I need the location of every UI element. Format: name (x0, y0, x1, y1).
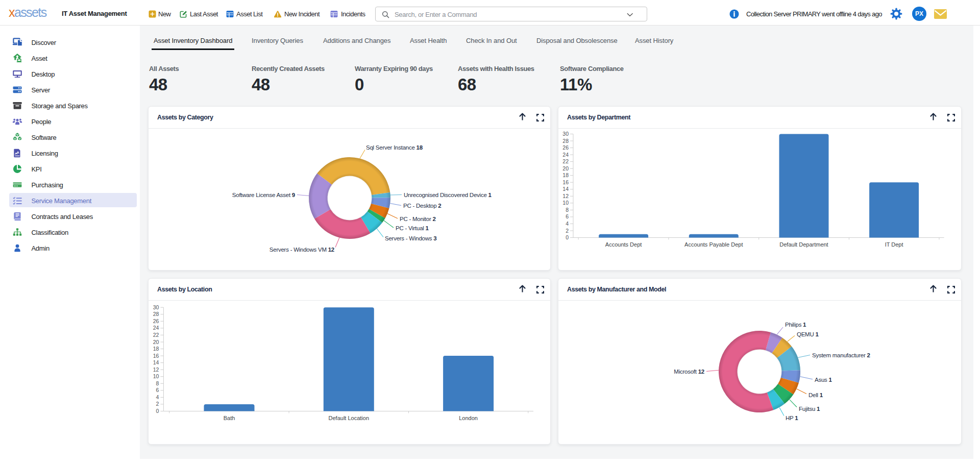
svg-text:16: 16 (153, 353, 159, 359)
svg-text:26: 26 (153, 318, 159, 324)
svg-text:24: 24 (153, 325, 159, 331)
svg-text:18: 18 (153, 346, 159, 352)
svg-text:PC - Virtual 1: PC - Virtual 1 (396, 225, 429, 231)
svg-text:0: 0 (566, 234, 569, 240)
svg-text:30: 30 (562, 131, 569, 137)
svg-text:Servers - Windows 3: Servers - Windows 3 (385, 235, 436, 241)
svg-text:26: 26 (562, 144, 569, 151)
svg-text:Software License Asset 9: Software License Asset 9 (232, 192, 295, 198)
svg-text:Philips 1: Philips 1 (785, 322, 806, 328)
svg-text:Bath: Bath (224, 415, 235, 421)
svg-text:4: 4 (566, 221, 569, 227)
svg-text:Servers - Windows VM 12: Servers - Windows VM 12 (270, 247, 334, 253)
svg-text:8: 8 (566, 207, 569, 213)
svg-text:4: 4 (156, 394, 159, 400)
svg-text:14: 14 (562, 186, 569, 192)
svg-text:2: 2 (156, 401, 159, 407)
svg-text:6: 6 (566, 213, 569, 219)
svg-text:28: 28 (153, 311, 159, 317)
svg-text:14: 14 (153, 359, 159, 365)
svg-text:Fujitsu 1: Fujitsu 1 (799, 406, 820, 412)
svg-text:IT Dept: IT Dept (885, 241, 903, 248)
svg-text:16: 16 (562, 179, 569, 185)
svg-text:20: 20 (562, 165, 569, 172)
svg-text:London: London (459, 415, 478, 421)
svg-text:12: 12 (153, 366, 159, 373)
svg-text:28: 28 (562, 138, 569, 144)
svg-text:PC - Monitor 2: PC - Monitor 2 (400, 216, 436, 222)
svg-text:HP 1: HP 1 (786, 415, 798, 421)
svg-text:Default Location: Default Location (329, 415, 370, 421)
svg-text:8: 8 (156, 380, 159, 386)
svg-text:18: 18 (562, 172, 569, 178)
svg-text:Unrecognised Discovered Device: Unrecognised Discovered Device 1 (404, 192, 492, 198)
svg-text:20: 20 (153, 339, 159, 345)
svg-text:6: 6 (156, 387, 159, 393)
svg-text:System manufacturer 2: System manufacturer 2 (812, 352, 870, 358)
svg-text:0: 0 (156, 408, 159, 414)
svg-text:Accounts Dept: Accounts Dept (605, 241, 642, 248)
svg-text:QEMU 1: QEMU 1 (797, 331, 819, 337)
svg-text:10: 10 (562, 200, 569, 206)
svg-text:Accounts Payable Dept: Accounts Payable Dept (684, 241, 743, 248)
svg-text:Sql Server Instance 18: Sql Server Instance 18 (366, 144, 423, 151)
svg-text:PC - Desktop 2: PC - Desktop 2 (403, 203, 441, 209)
svg-text:Default Department: Default Department (779, 241, 828, 248)
svg-text:12: 12 (562, 193, 569, 199)
svg-text:Asus 1: Asus 1 (815, 377, 832, 383)
svg-text:30: 30 (153, 304, 159, 310)
svg-text:24: 24 (562, 152, 569, 158)
svg-text:22: 22 (153, 332, 159, 338)
svg-text:22: 22 (562, 158, 569, 164)
svg-text:10: 10 (153, 373, 159, 379)
svg-text:Dell 1: Dell 1 (808, 392, 823, 398)
svg-text:Microsoft 12: Microsoft 12 (674, 369, 704, 375)
svg-text:2: 2 (566, 228, 569, 234)
